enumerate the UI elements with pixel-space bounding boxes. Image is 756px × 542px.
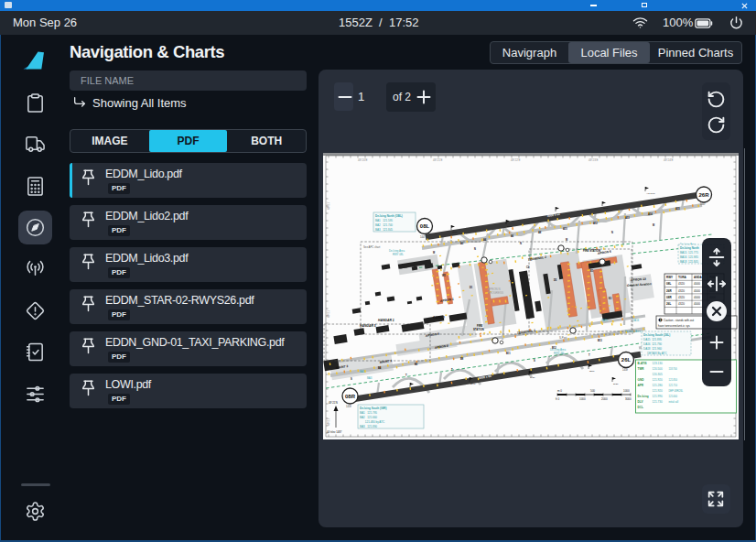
svg-text:B13: B13 — [598, 339, 602, 342]
svg-text:2620: 2620 — [613, 383, 619, 385]
svg-text:121.710: 121.710 — [669, 384, 678, 387]
svg-text:08L: 08L — [420, 223, 430, 229]
svg-text:BA3: BA3 — [367, 376, 373, 380]
svg-text:2040: 2040 — [470, 383, 476, 385]
svg-text:Caution - stands with-out: Caution - stands with-out — [664, 319, 694, 322]
svg-text:B-ATIS: B-ATIS — [638, 362, 647, 365]
svg-text:26L: 26L — [666, 302, 671, 306]
svg-text:2590: 2590 — [603, 207, 609, 210]
svg-text:121.920: 121.920 — [653, 378, 663, 382]
svg-text:De-Icing South (26L): De-Icing South (26L) — [643, 333, 670, 337]
svg-text:4320: 4320 — [678, 302, 685, 306]
svg-text:48°22'E: 48°22'E — [511, 158, 520, 162]
svg-text:B4: B4 — [378, 366, 382, 370]
svg-text:121.480 by ATC: 121.480 by ATC — [360, 420, 385, 424]
svg-text:1459: 1459 — [622, 368, 628, 372]
svg-text:FIRE STATION: FIRE STATION — [583, 249, 600, 253]
svg-text:A6: A6 — [511, 234, 514, 238]
svg-text:1447: 1447 — [420, 235, 426, 239]
svg-text:B8: B8 — [460, 357, 464, 361]
svg-text:BA1: BA1 — [360, 370, 365, 374]
svg-text:121.850: 121.850 — [669, 378, 678, 382]
svg-text:1500: 1500 — [452, 231, 458, 233]
svg-text:48°20'E: 48°20'E — [358, 158, 367, 162]
svg-text:4320: 4320 — [678, 289, 685, 293]
svg-text:BA1 121.795: BA1 121.795 — [360, 411, 377, 415]
svg-text:B11: B11 — [506, 352, 511, 355]
svg-text:RWY 08L: RWY 08L — [393, 253, 404, 256]
svg-text:4000: 4000 — [694, 302, 700, 306]
svg-text:4320: 4320 — [678, 282, 685, 286]
svg-text:CARGO: CARGO — [433, 316, 445, 320]
svg-text:have torescene/anti-ic sys: have torescene/anti-ic sys — [658, 324, 690, 328]
svg-text:40°elev 1487: 40°elev 1487 — [327, 430, 342, 434]
svg-text:A3: A3 — [460, 242, 464, 245]
svg-text:A4: A4 — [483, 238, 487, 242]
svg-text:A13: A13 — [625, 216, 630, 220]
svg-text:4000: 4000 — [694, 289, 700, 293]
svg-text:DA18 121.960: DA18 121.960 — [643, 347, 662, 351]
svg-text:S-Post: S-Post — [559, 336, 567, 340]
svg-text:121.990: 121.990 — [653, 395, 663, 398]
svg-text:TWR: TWR — [638, 367, 645, 371]
svg-text:N: N — [520, 242, 522, 245]
svg-text:48°21'N: 48°21'N — [329, 401, 338, 405]
svg-text:2500: 2500 — [507, 225, 513, 228]
svg-text:N: N — [611, 231, 613, 234]
svg-text:N: N — [474, 247, 476, 251]
svg-text:121.600: 121.600 — [669, 395, 678, 398]
svg-text:m 0: m 0 — [557, 389, 562, 393]
svg-text:4000: 4000 — [694, 296, 700, 299]
svg-text:STATION: STATION — [473, 328, 484, 331]
svg-text:26R: 26R — [698, 192, 709, 198]
svg-text:DA15: DA15 — [601, 319, 608, 322]
svg-text:1447: 1447 — [700, 202, 706, 206]
svg-text:DA16 121.790: DA16 121.790 — [643, 342, 662, 346]
svg-text:M: M — [433, 251, 435, 255]
svg-text:26L: 26L — [621, 357, 632, 363]
svg-text:D1: D1 — [470, 286, 473, 289]
svg-text:E1: E1 — [590, 269, 594, 273]
svg-text:500: 500 — [590, 389, 595, 393]
svg-text:BA1 121.595: BA1 121.595 — [375, 219, 393, 222]
svg-text:48°23'E: 48°23'E — [589, 158, 598, 162]
svg-text:B6: B6 — [415, 363, 418, 366]
svg-text:M: M — [653, 223, 654, 227]
svg-text:De-Icing North: De-Icing North — [680, 246, 699, 250]
svg-text:118.700: 118.700 — [669, 367, 678, 371]
svg-text:1920: 1920 — [530, 376, 535, 379]
svg-text:1000: 1000 — [623, 389, 630, 393]
svg-text:A/3 1660: A/3 1660 — [646, 192, 655, 195]
svg-text:RWY: RWY — [666, 276, 674, 279]
svg-text:BA18 121.845: BA18 121.845 — [680, 260, 698, 264]
svg-text:123.130: 123.130 — [653, 362, 663, 365]
svg-text:A8: A8 — [538, 231, 542, 234]
svg-text:A12: A12 — [593, 222, 598, 225]
svg-text:4000: 4000 — [694, 282, 700, 286]
svg-text:DLV: DLV — [638, 400, 644, 404]
svg-text:De-Icing Area: De-Icing Area — [625, 330, 641, 333]
svg-text:A14: A14 — [648, 212, 653, 216]
svg-text:120.500: 120.500 — [653, 367, 663, 371]
svg-text:DEP 08R/26L: DEP 08R/26L — [669, 389, 684, 393]
svg-text:26R: 26R — [666, 289, 672, 293]
svg-text:De-Icing North (OBL): De-Icing North (OBL) — [375, 214, 403, 218]
svg-text:De-Icing: De-Icing — [638, 395, 649, 398]
svg-text:121.280: 121.280 — [653, 384, 663, 387]
svg-text:M: M — [566, 238, 567, 242]
svg-text:DA15 121.895: DA15 121.895 — [643, 338, 662, 341]
svg-text:08R: 08R — [666, 296, 672, 299]
svg-text:E3: E3 — [609, 297, 612, 300]
svg-text:BA2 121.740: BA2 121.740 — [375, 223, 393, 227]
svg-text:ft 0: ft 0 — [556, 397, 560, 401]
svg-text:HANGAR 1: HANGAR 1 — [378, 319, 394, 322]
svg-text:BA3 121.845: BA3 121.845 — [375, 228, 393, 232]
svg-text:S: S — [351, 377, 352, 381]
svg-text:08R: 08R — [345, 394, 356, 399]
svg-text:See APC chart: See APC chart — [363, 245, 381, 249]
svg-text:4320: 4320 — [678, 296, 685, 299]
svg-text:BA16 121.985: BA16 121.985 — [680, 255, 698, 259]
svg-text:2000: 2000 — [601, 397, 608, 401]
svg-text:BA2 121.660: BA2 121.660 — [360, 416, 377, 419]
svg-text:HANGAR 5: HANGAR 5 — [360, 324, 376, 328]
